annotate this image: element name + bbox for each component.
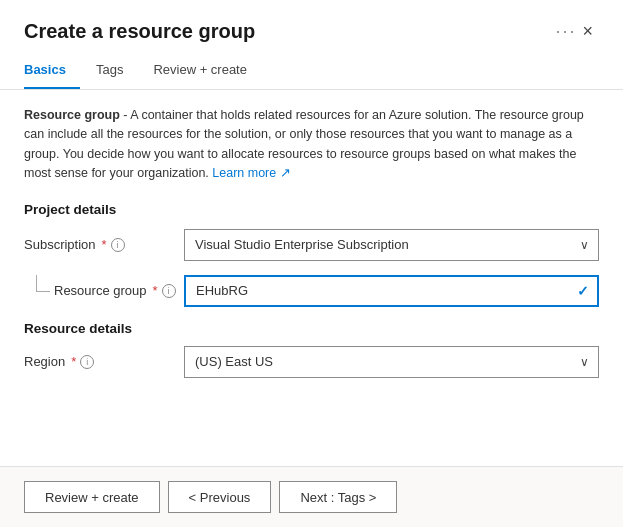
- subscription-select[interactable]: Visual Studio Enterprise Subscription: [184, 229, 599, 261]
- subscription-info-icon[interactable]: i: [111, 238, 125, 252]
- subscription-label: Subscription * i: [24, 237, 184, 252]
- subscription-row: Subscription * i Visual Studio Enterpris…: [24, 229, 599, 261]
- tab-review-create[interactable]: Review + create: [153, 52, 261, 89]
- region-select[interactable]: (US) East US: [184, 346, 599, 378]
- learn-more-link[interactable]: Learn more ↗: [212, 166, 290, 180]
- tab-bar: Basics Tags Review + create: [0, 52, 623, 90]
- resource-group-required: *: [153, 283, 158, 298]
- region-select-wrapper: (US) East US ∨: [184, 346, 599, 378]
- resource-group-info-icon[interactable]: i: [162, 284, 176, 298]
- resource-details-title: Resource details: [24, 321, 599, 336]
- resource-group-indent: [24, 275, 54, 307]
- region-row: Region * i (US) East US ∨: [24, 346, 599, 378]
- resource-group-row: Resource group * i ✓: [24, 275, 599, 307]
- description-text: Resource group - A container that holds …: [24, 106, 599, 184]
- resource-group-input[interactable]: [184, 275, 599, 307]
- resource-group-input-wrapper: ✓: [184, 275, 599, 307]
- region-label: Region * i: [24, 354, 184, 369]
- dialog-title: Create a resource group: [24, 20, 545, 43]
- project-details-title: Project details: [24, 202, 599, 217]
- subscription-control: Visual Studio Enterprise Subscription ∨: [184, 229, 599, 261]
- previous-button[interactable]: < Previous: [168, 481, 272, 513]
- region-required: *: [71, 354, 76, 369]
- subscription-required: *: [102, 237, 107, 252]
- dialog-header: Create a resource group ··· ×: [0, 0, 623, 52]
- description-bold: Resource group: [24, 108, 120, 122]
- resource-group-check-icon: ✓: [577, 283, 589, 299]
- dialog-footer: Review + create < Previous Next : Tags >: [0, 466, 623, 527]
- dialog-body: Resource group - A container that holds …: [0, 90, 623, 466]
- resource-group-control: ✓: [184, 275, 599, 307]
- tab-basics[interactable]: Basics: [24, 52, 80, 89]
- close-button[interactable]: ×: [576, 18, 599, 44]
- region-info-icon[interactable]: i: [80, 355, 94, 369]
- next-button[interactable]: Next : Tags >: [279, 481, 397, 513]
- subscription-select-wrapper: Visual Studio Enterprise Subscription ∨: [184, 229, 599, 261]
- resource-group-label: Resource group * i: [54, 283, 184, 298]
- header-dots: ···: [555, 21, 576, 42]
- tab-tags[interactable]: Tags: [96, 52, 137, 89]
- create-resource-group-dialog: Create a resource group ··· × Basics Tag…: [0, 0, 623, 527]
- region-control: (US) East US ∨: [184, 346, 599, 378]
- review-create-button[interactable]: Review + create: [24, 481, 160, 513]
